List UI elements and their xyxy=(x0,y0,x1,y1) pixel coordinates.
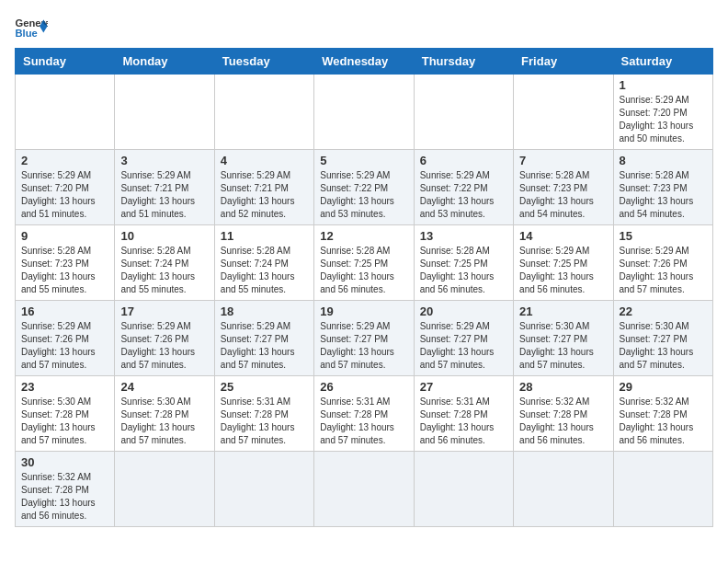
col-header-tuesday: Tuesday xyxy=(214,49,313,75)
calendar: SundayMondayTuesdayWednesdayThursdayFrid… xyxy=(15,48,713,527)
day-info: Sunrise: 5:31 AMSunset: 7:28 PMDaylight:… xyxy=(221,396,308,447)
day-info: Sunrise: 5:28 AMSunset: 7:23 PMDaylight:… xyxy=(519,169,607,221)
day-info: Sunrise: 5:29 AMSunset: 7:21 PMDaylight:… xyxy=(120,169,208,221)
day-info: Sunrise: 5:28 AMSunset: 7:23 PMDaylight:… xyxy=(21,245,108,296)
calendar-week-row: 1Sunrise: 5:29 AMSunset: 7:20 PMDaylight… xyxy=(16,75,713,150)
col-header-saturday: Saturday xyxy=(613,49,712,75)
day-number: 15 xyxy=(620,229,707,243)
day-info: Sunrise: 5:28 AMSunset: 7:25 PMDaylight:… xyxy=(420,245,507,296)
calendar-day-cell: 27Sunrise: 5:31 AMSunset: 7:28 PMDayligh… xyxy=(414,376,513,452)
calendar-day-cell: 10Sunrise: 5:28 AMSunset: 7:24 PMDayligh… xyxy=(115,225,214,301)
day-info: Sunrise: 5:32 AMSunset: 7:28 PMDaylight:… xyxy=(21,471,108,523)
day-info: Sunrise: 5:29 AMSunset: 7:22 PMDaylight:… xyxy=(320,169,407,221)
day-number: 10 xyxy=(120,229,208,243)
calendar-day-cell: 12Sunrise: 5:28 AMSunset: 7:25 PMDayligh… xyxy=(314,225,414,301)
calendar-day-cell: 19Sunrise: 5:29 AMSunset: 7:27 PMDayligh… xyxy=(314,301,414,376)
logo: General Blue xyxy=(15,15,48,40)
day-number: 24 xyxy=(120,380,208,394)
day-number: 25 xyxy=(221,380,308,394)
calendar-header-row: SundayMondayTuesdayWednesdayThursdayFrid… xyxy=(16,49,713,75)
day-number: 28 xyxy=(519,380,607,394)
day-number: 4 xyxy=(221,154,308,167)
day-info: Sunrise: 5:30 AMSunset: 7:28 PMDaylight:… xyxy=(21,396,108,447)
calendar-day-cell: 11Sunrise: 5:28 AMSunset: 7:24 PMDayligh… xyxy=(214,225,313,301)
calendar-day-cell xyxy=(514,452,613,527)
day-number: 6 xyxy=(420,154,507,167)
day-info: Sunrise: 5:29 AMSunset: 7:26 PMDaylight:… xyxy=(120,320,208,372)
calendar-day-cell: 13Sunrise: 5:28 AMSunset: 7:25 PMDayligh… xyxy=(414,225,513,301)
day-number: 5 xyxy=(320,154,407,167)
col-header-monday: Monday xyxy=(115,49,214,75)
day-info: Sunrise: 5:29 AMSunset: 7:20 PMDaylight:… xyxy=(620,94,707,145)
calendar-day-cell: 9Sunrise: 5:28 AMSunset: 7:23 PMDaylight… xyxy=(16,225,115,301)
day-info: Sunrise: 5:28 AMSunset: 7:25 PMDaylight:… xyxy=(320,245,407,296)
calendar-day-cell xyxy=(414,452,513,527)
calendar-day-cell: 20Sunrise: 5:29 AMSunset: 7:27 PMDayligh… xyxy=(414,301,513,376)
day-number: 13 xyxy=(420,229,507,243)
calendar-day-cell: 1Sunrise: 5:29 AMSunset: 7:20 PMDaylight… xyxy=(613,75,712,150)
header: General Blue xyxy=(15,15,713,40)
calendar-day-cell: 5Sunrise: 5:29 AMSunset: 7:22 PMDaylight… xyxy=(314,150,414,225)
day-number: 23 xyxy=(21,380,108,394)
day-number: 26 xyxy=(320,380,407,394)
calendar-week-row: 23Sunrise: 5:30 AMSunset: 7:28 PMDayligh… xyxy=(16,376,713,452)
calendar-day-cell: 23Sunrise: 5:30 AMSunset: 7:28 PMDayligh… xyxy=(16,376,115,452)
day-number: 22 xyxy=(620,304,707,318)
calendar-day-cell: 4Sunrise: 5:29 AMSunset: 7:21 PMDaylight… xyxy=(214,150,313,225)
calendar-day-cell: 21Sunrise: 5:30 AMSunset: 7:27 PMDayligh… xyxy=(514,301,613,376)
calendar-week-row: 9Sunrise: 5:28 AMSunset: 7:23 PMDaylight… xyxy=(16,225,713,301)
col-header-thursday: Thursday xyxy=(414,49,513,75)
day-number: 17 xyxy=(120,304,208,318)
day-number: 11 xyxy=(221,229,308,243)
calendar-day-cell xyxy=(115,75,214,150)
day-number: 1 xyxy=(620,78,707,92)
day-info: Sunrise: 5:28 AMSunset: 7:24 PMDaylight:… xyxy=(120,245,208,296)
calendar-day-cell: 22Sunrise: 5:30 AMSunset: 7:27 PMDayligh… xyxy=(613,301,712,376)
day-info: Sunrise: 5:29 AMSunset: 7:20 PMDaylight:… xyxy=(21,169,108,221)
day-number: 3 xyxy=(120,154,208,167)
day-number: 18 xyxy=(221,304,308,318)
calendar-day-cell xyxy=(214,452,313,527)
day-number: 29 xyxy=(620,380,707,394)
calendar-day-cell: 30Sunrise: 5:32 AMSunset: 7:28 PMDayligh… xyxy=(16,452,115,527)
day-number: 2 xyxy=(21,154,108,167)
calendar-day-cell: 15Sunrise: 5:29 AMSunset: 7:26 PMDayligh… xyxy=(613,225,712,301)
day-info: Sunrise: 5:29 AMSunset: 7:27 PMDaylight:… xyxy=(420,320,507,372)
day-number: 16 xyxy=(21,304,108,318)
calendar-day-cell xyxy=(514,75,613,150)
day-info: Sunrise: 5:32 AMSunset: 7:28 PMDaylight:… xyxy=(519,396,607,447)
day-number: 7 xyxy=(519,154,607,167)
calendar-day-cell: 28Sunrise: 5:32 AMSunset: 7:28 PMDayligh… xyxy=(514,376,613,452)
day-number: 14 xyxy=(519,229,607,243)
day-info: Sunrise: 5:31 AMSunset: 7:28 PMDaylight:… xyxy=(420,396,507,447)
calendar-day-cell: 24Sunrise: 5:30 AMSunset: 7:28 PMDayligh… xyxy=(115,376,214,452)
calendar-day-cell: 8Sunrise: 5:28 AMSunset: 7:23 PMDaylight… xyxy=(613,150,712,225)
day-number: 20 xyxy=(420,304,507,318)
calendar-week-row: 16Sunrise: 5:29 AMSunset: 7:26 PMDayligh… xyxy=(16,301,713,376)
day-info: Sunrise: 5:30 AMSunset: 7:27 PMDaylight:… xyxy=(620,320,707,372)
day-info: Sunrise: 5:29 AMSunset: 7:22 PMDaylight:… xyxy=(420,169,507,221)
day-number: 30 xyxy=(21,455,108,469)
day-info: Sunrise: 5:28 AMSunset: 7:23 PMDaylight:… xyxy=(620,169,707,221)
calendar-week-row: 30Sunrise: 5:32 AMSunset: 7:28 PMDayligh… xyxy=(16,452,713,527)
day-number: 12 xyxy=(320,229,407,243)
col-header-wednesday: Wednesday xyxy=(314,49,414,75)
day-info: Sunrise: 5:29 AMSunset: 7:26 PMDaylight:… xyxy=(620,245,707,296)
calendar-week-row: 2Sunrise: 5:29 AMSunset: 7:20 PMDaylight… xyxy=(16,150,713,225)
day-info: Sunrise: 5:30 AMSunset: 7:28 PMDaylight:… xyxy=(120,396,208,447)
day-number: 19 xyxy=(320,304,407,318)
calendar-day-cell xyxy=(314,452,414,527)
day-info: Sunrise: 5:28 AMSunset: 7:24 PMDaylight:… xyxy=(221,245,308,296)
calendar-day-cell: 16Sunrise: 5:29 AMSunset: 7:26 PMDayligh… xyxy=(16,301,115,376)
day-number: 27 xyxy=(420,380,507,394)
day-number: 21 xyxy=(519,304,607,318)
logo-icon: General Blue xyxy=(15,15,48,40)
calendar-day-cell: 26Sunrise: 5:31 AMSunset: 7:28 PMDayligh… xyxy=(314,376,414,452)
calendar-day-cell: 14Sunrise: 5:29 AMSunset: 7:25 PMDayligh… xyxy=(514,225,613,301)
svg-text:Blue: Blue xyxy=(16,28,38,39)
calendar-day-cell xyxy=(314,75,414,150)
day-info: Sunrise: 5:29 AMSunset: 7:26 PMDaylight:… xyxy=(21,320,108,372)
calendar-day-cell: 2Sunrise: 5:29 AMSunset: 7:20 PMDaylight… xyxy=(16,150,115,225)
calendar-day-cell: 29Sunrise: 5:32 AMSunset: 7:28 PMDayligh… xyxy=(613,376,712,452)
col-header-friday: Friday xyxy=(514,49,613,75)
